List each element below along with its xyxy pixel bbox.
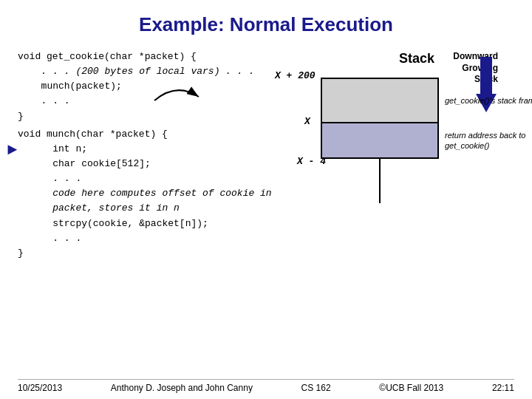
stack-label: Stack [335,51,498,66]
slide: Example: Normal Execution ► void get_coo… [0,0,532,399]
stack-box-retaddr: return address back to get_cookie() [321,122,439,159]
stack-box-1-label: get_cookie()'s stack frame [445,95,532,106]
stack-section: Downward Growing Stack Stack X + 200 [306,57,498,330]
stack-box-2-label: return address back to get_cookie() [445,130,532,151]
footer-slide: 22:11 [492,383,514,393]
stack-line [379,159,381,203]
footer-copyright: ©UCB Fall 2013 [379,383,443,393]
code-line-10: code here computes offset of cookie in [18,186,291,201]
arrow-indicator: ► [7,138,17,163]
code-line-12: strcpy(cookie, &packet[n]); [18,216,291,231]
code-line-7: int n; [18,142,291,157]
code-line-13: . . . [18,231,291,246]
code-line-2: . . . (200 bytes of local vars) . . . [18,64,291,79]
stack-diagram: X + 200 get_cookie()'s stack frame X ret… [321,78,439,203]
code-line-1: void get_cookie(char *packet) { [18,50,291,64]
code-section: ► void get_cookie(char *packet) { . . . … [18,50,291,330]
footer-course: CS 162 [301,383,331,393]
footer: 10/25/2013 Anthony D. Joseph and John Ca… [18,379,514,393]
code-line-6: void munch(char *packet) { [18,127,291,142]
content-area: ► void get_cookie(char *packet) { . . . … [18,50,514,330]
slide-title: Example: Normal Execution [18,13,514,36]
x4-marker: X - 4 [297,156,326,167]
stack-box-getcookie: get_cookie()'s stack frame [321,78,439,122]
curved-arrow-svg [154,89,214,119]
footer-author: Anthony D. Joseph and John Canny [111,383,253,393]
x-marker: X [304,116,310,127]
x200-marker: X + 200 [275,70,316,81]
footer-date: 10/25/2013 [18,383,62,393]
code-line-8: char cookie[512]; [18,157,291,171]
code-line-11: packet, stores it in n [18,201,291,216]
code-line-14: } [18,246,291,261]
code-line-9: . . . [18,171,291,186]
